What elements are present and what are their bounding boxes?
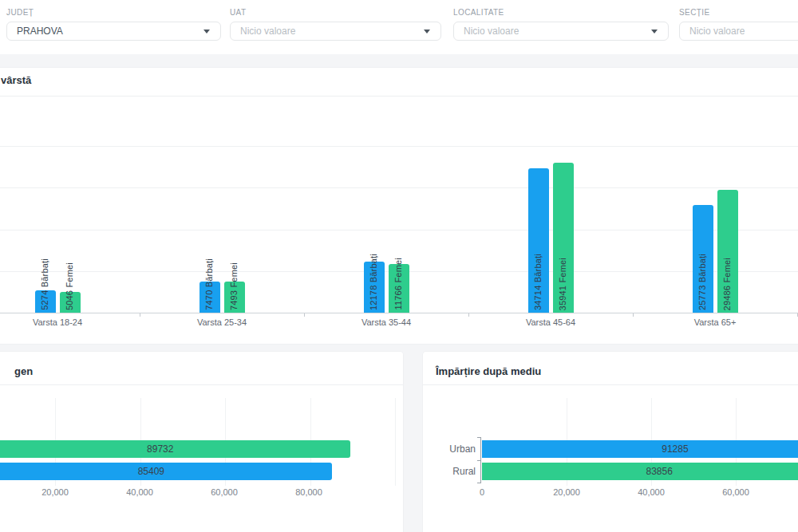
x-tick-label: 40,000 — [108, 487, 172, 497]
bar-value-label: 5046 Femei — [65, 262, 74, 310]
age-chart-plot: Varsta 18-245274 Bărbați5046 FemeiVarsta… — [0, 68, 798, 344]
x-tick-label: 60,000 — [192, 487, 256, 497]
x-tick-label: 60,000 — [704, 487, 768, 497]
bar-value-label: 7470 Bărbați — [204, 258, 214, 310]
judet-label: JUDEȚ — [6, 8, 221, 17]
bar-value-label: 89732 — [0, 443, 350, 455]
x-category-label: Varsta 25-34 — [140, 317, 304, 327]
localitate-label: LOCALITATE — [453, 8, 669, 17]
environment-chart-plot: Urban91285Rural83856020,00040,00060,000 — [423, 352, 798, 532]
sectie-placeholder: Nicio valoare — [689, 26, 745, 37]
y-axis-tick — [477, 483, 481, 483]
x-tick-label: 20,000 — [535, 487, 598, 497]
judet-value: PRAHOVA — [17, 26, 63, 37]
bar-value-label: 34714 Bărbați — [533, 254, 543, 310]
y-category-label: Rural — [433, 466, 476, 477]
bar-value-label: 29486 Femei — [722, 258, 732, 310]
gridline — [0, 230, 798, 231]
localitate-select[interactable]: Nicio valoare — [453, 22, 669, 41]
dashboard-page: JUDEȚ PRAHOVA UAT Nicio valoare LOCALITA… — [0, 0, 798, 532]
x-tick-label: 40,000 — [619, 487, 683, 497]
chevron-down-icon — [203, 30, 210, 33]
filter-uat: UAT Nicio valoare — [230, 8, 441, 41]
x-category-label: Varsta 45-64 — [468, 317, 633, 327]
filter-sectie: SECȚIE Nicio valoare — [679, 8, 798, 41]
x-tick-label: 80,000 — [277, 487, 341, 497]
uat-placeholder: Nicio valoare — [240, 26, 295, 37]
axis-tick — [140, 313, 140, 317]
chevron-down-icon — [424, 30, 430, 33]
axis-tick — [304, 313, 305, 317]
environment-chart-card: Împărțire după mediu Urban91285Rural8385… — [423, 352, 798, 532]
axis-tick — [633, 313, 634, 317]
gridline — [0, 187, 798, 188]
age-chart-card: vârstă Varsta 18-245274 Bărbați5046 Feme… — [0, 68, 798, 344]
uat-label: UAT — [230, 8, 441, 17]
x-tick-label: 0 — [450, 487, 514, 497]
gridline — [0, 146, 798, 147]
x-axis-line — [0, 313, 798, 313]
bar-value-label: 85409 — [0, 466, 332, 477]
x-category-label: Varsta 18-24 — [0, 317, 140, 327]
bar-value-label: 35941 Femei — [558, 258, 567, 310]
sectie-label: SECȚIE — [679, 8, 798, 17]
bar-value-label: 5274 Bărbați — [40, 258, 49, 310]
gender-chart-plot: 897328540920,00040,00060,00080,000 — [0, 352, 403, 532]
y-axis-tick — [477, 437, 481, 438]
x-category-label: Varsta 35-44 — [304, 317, 468, 327]
bar-value-label: 11766 Femei — [393, 258, 403, 310]
gender-chart-card: gen 897328540920,00040,00060,00080,000 — [0, 352, 403, 532]
bar-value-label: 7493 Femei — [229, 262, 239, 310]
bar-value-label: 83856 — [482, 466, 798, 477]
bar-value-label: 25773 Bărbați — [697, 254, 707, 310]
filter-bar: JUDEȚ PRAHOVA UAT Nicio valoare LOCALITA… — [0, 0, 798, 54]
filter-localitate: LOCALITATE Nicio valoare — [453, 8, 669, 41]
bar-value-label: 91285 — [482, 443, 798, 455]
chevron-down-icon — [651, 30, 658, 33]
filter-judet: JUDEȚ PRAHOVA — [6, 8, 221, 41]
y-category-label: Urban — [433, 443, 476, 455]
gridline — [395, 398, 396, 486]
axis-tick — [468, 313, 469, 317]
x-tick-label: 20,000 — [23, 487, 87, 497]
bar-value-label: 12178 Bărbați — [369, 254, 378, 310]
sectie-select[interactable]: Nicio valoare — [679, 22, 798, 41]
uat-select[interactable]: Nicio valoare — [230, 22, 441, 41]
judet-select[interactable]: PRAHOVA — [6, 22, 221, 41]
y-axis-tick — [477, 460, 481, 461]
localitate-placeholder: Nicio valoare — [464, 26, 519, 37]
x-category-label: Varsta 65+ — [633, 317, 797, 327]
